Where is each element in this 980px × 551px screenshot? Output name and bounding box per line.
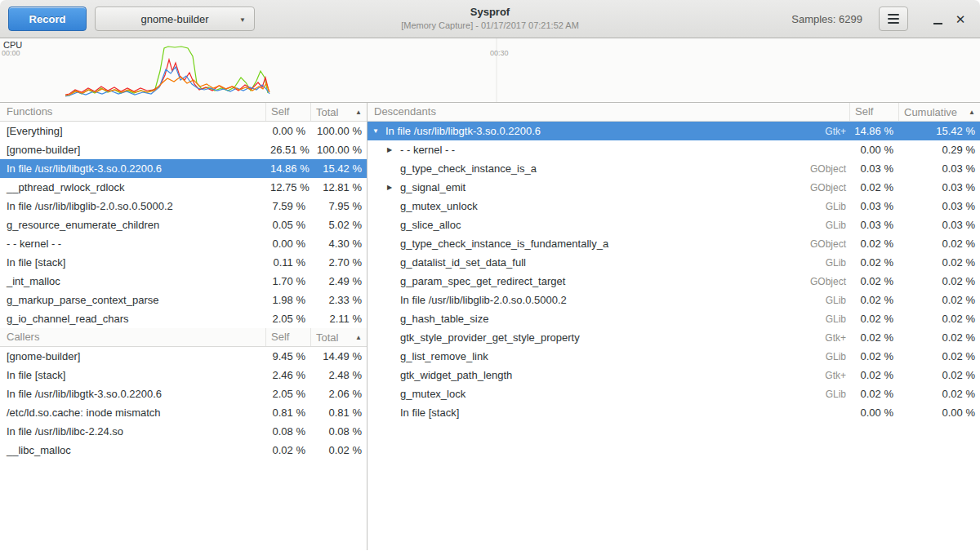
- sort-indicator-icon: ▲: [355, 334, 362, 341]
- table-row[interactable]: In file /usr/lib/libgtk-3.so.0.2200.614.…: [0, 159, 367, 178]
- process-selector-dropdown[interactable]: gnome-builder ▼: [95, 7, 255, 31]
- self-value: 0.05 %: [265, 219, 310, 231]
- descendant-cell: g_mutex_lockGLib: [368, 388, 849, 400]
- total-value: 0.81 %: [310, 407, 367, 419]
- column-header-self[interactable]: Self: [265, 103, 310, 121]
- column-header-total[interactable]: Total ▲: [310, 328, 367, 346]
- function-name: In file [stack]: [0, 256, 265, 269]
- descendants-table-header: Descendants Self Cumulative ▲: [368, 103, 980, 122]
- headerbar: Record gnome-builder ▼ Sysprof [Memory C…: [0, 0, 980, 38]
- table-row[interactable]: In file /usr/lib/libc-2.24.so0.08 %0.08 …: [0, 422, 367, 441]
- table-row[interactable]: [Everything]0.00 %100.00 %: [0, 122, 367, 140]
- total-value: 2.33 %: [310, 294, 367, 306]
- table-row[interactable]: ▼In file /usr/lib/libgtk-3.so.0.2200.6Gt…: [368, 122, 980, 140]
- self-value: 0.02 %: [849, 369, 898, 381]
- chevron-down-icon: ▼: [239, 16, 246, 24]
- table-row[interactable]: g_mutex_lockGLib0.02 %0.02 %: [368, 384, 980, 403]
- function-name: g_list_remove_link: [400, 350, 488, 362]
- table-row[interactable]: g_hash_table_sizeGLib0.02 %0.02 %: [368, 309, 980, 328]
- table-row[interactable]: [gnome-builder]9.45 %14.49 %: [0, 347, 367, 366]
- function-name: gtk_widget_path_length: [400, 369, 512, 381]
- table-row[interactable]: In file /usr/lib/libglib-2.0.so.0.5000.2…: [0, 197, 367, 216]
- total-value: 0.08 %: [310, 425, 367, 438]
- table-row[interactable]: g_datalist_id_set_data_fullGLib0.02 %0.0…: [368, 253, 980, 272]
- table-row[interactable]: g_resource_enumerate_children0.05 %5.02 …: [0, 216, 367, 234]
- table-row[interactable]: g_io_channel_read_chars2.05 %2.11 %: [0, 309, 367, 328]
- self-value: 2.46 %: [265, 369, 310, 381]
- table-row[interactable]: g_list_remove_linkGLib0.02 %0.02 %: [368, 347, 980, 366]
- total-value: 2.48 %: [310, 369, 367, 381]
- menu-button[interactable]: [879, 7, 908, 31]
- function-name: __pthread_rwlock_rdlock: [0, 181, 265, 193]
- total-value: 2.70 %: [310, 256, 367, 269]
- library-badge: GLib: [817, 201, 846, 212]
- descendant-cell: g_slice_allocGLib: [368, 219, 849, 231]
- total-value: 14.49 %: [310, 350, 367, 362]
- table-row[interactable]: In file [stack]0.11 %2.70 %: [0, 253, 367, 272]
- minimize-button[interactable]: [926, 7, 949, 30]
- column-header-descendants[interactable]: Descendants: [368, 103, 849, 121]
- left-pane: Functions Self Total ▲ [Everything]0.00 …: [0, 103, 367, 550]
- functions-table-header: Functions Self Total ▲: [0, 103, 367, 122]
- cumulative-value: 0.29 %: [898, 144, 980, 156]
- cumulative-value: 0.02 %: [898, 388, 980, 400]
- column-header-self[interactable]: Self: [265, 328, 310, 346]
- table-row[interactable]: gtk_widget_path_lengthGtk+0.02 %0.02 %: [368, 366, 980, 384]
- self-value: 0.02 %: [849, 275, 898, 287]
- total-value: 12.81 %: [310, 181, 367, 193]
- self-value: 0.00 %: [849, 407, 898, 419]
- table-row[interactable]: In file [stack]2.46 %2.48 %: [0, 366, 367, 384]
- column-header-total[interactable]: Total ▲: [310, 103, 367, 121]
- expander-icon[interactable]: ▶: [387, 184, 400, 191]
- self-value: 0.03 %: [849, 200, 898, 212]
- table-row[interactable]: ▶g_signal_emitGObject0.02 %0.03 %: [368, 178, 980, 197]
- total-value: 4.30 %: [310, 238, 367, 250]
- table-row[interactable]: ▶- - kernel - -0.00 %0.29 %: [368, 140, 980, 159]
- main-content: Functions Self Total ▲ [Everything]0.00 …: [0, 102, 980, 550]
- column-header-self[interactable]: Self: [849, 103, 898, 121]
- library-badge: GLib: [817, 295, 846, 306]
- table-row[interactable]: [gnome-builder]26.51 %100.00 %: [0, 140, 367, 159]
- descendant-cell: g_mutex_unlockGLib: [368, 200, 849, 212]
- total-value: 2.06 %: [310, 388, 367, 400]
- cumulative-value: 0.03 %: [898, 219, 980, 231]
- table-row[interactable]: g_type_check_instance_is_fundamentally_a…: [368, 234, 980, 253]
- expander-icon[interactable]: ▼: [372, 127, 385, 135]
- table-row[interactable]: In file /usr/lib/libgtk-3.so.0.2200.62.0…: [0, 384, 367, 403]
- self-value: 14.86 %: [849, 125, 898, 137]
- table-row[interactable]: - - kernel - -0.00 %4.30 %: [0, 234, 367, 253]
- table-row[interactable]: In file /usr/lib/libglib-2.0.so.0.5000.2…: [368, 291, 980, 309]
- table-row[interactable]: /etc/ld.so.cache: inode mismatch0.81 %0.…: [0, 403, 367, 422]
- function-name: g_mutex_unlock: [400, 200, 478, 212]
- function-name: _int_malloc: [0, 275, 265, 287]
- callers-table-header: Callers Self Total ▲: [0, 328, 367, 347]
- total-value: 2.49 %: [310, 275, 367, 287]
- cumulative-value: 0.02 %: [898, 256, 980, 269]
- function-name: [gnome-builder]: [0, 144, 265, 156]
- table-row[interactable]: g_mutex_unlockGLib0.03 %0.03 %: [368, 197, 980, 216]
- column-header-functions[interactable]: Functions: [0, 103, 265, 121]
- table-row[interactable]: __pthread_rwlock_rdlock12.75 %12.81 %: [0, 178, 367, 197]
- self-value: 0.02 %: [849, 181, 898, 193]
- self-value: 0.02 %: [265, 444, 310, 456]
- descendants-table: ▼In file /usr/lib/libgtk-3.so.0.2200.6Gt…: [368, 122, 980, 422]
- self-value: 2.05 %: [265, 388, 310, 400]
- expander-icon[interactable]: ▶: [387, 146, 400, 153]
- table-row[interactable]: g_param_spec_get_redirect_targetGObject0…: [368, 272, 980, 291]
- table-row[interactable]: In file [stack]0.00 %0.00 %: [368, 403, 980, 422]
- self-value: 0.02 %: [849, 388, 898, 400]
- column-header-callers[interactable]: Callers: [0, 328, 265, 346]
- cpu-timeline-graph[interactable]: CPU 00:00 00:30: [0, 38, 980, 102]
- table-row[interactable]: g_slice_allocGLib0.03 %0.03 %: [368, 216, 980, 234]
- table-row[interactable]: g_type_check_instance_is_aGObject0.03 %0…: [368, 159, 980, 178]
- table-row[interactable]: _int_malloc1.70 %2.49 %: [0, 272, 367, 291]
- table-row[interactable]: g_markup_parse_context_parse1.98 %2.33 %: [0, 291, 367, 309]
- table-row[interactable]: gtk_style_provider_get_style_propertyGtk…: [368, 328, 980, 347]
- descendant-cell: gtk_style_provider_get_style_propertyGtk…: [368, 331, 849, 344]
- column-header-cumulative[interactable]: Cumulative ▲: [898, 103, 980, 121]
- table-row[interactable]: __libc_malloc0.02 %0.02 %: [0, 441, 367, 460]
- library-badge: GObject: [802, 238, 846, 250]
- record-button[interactable]: Record: [8, 7, 87, 31]
- close-button[interactable]: ✕: [949, 7, 972, 30]
- descendant-cell: ▶g_signal_emitGObject: [368, 181, 849, 193]
